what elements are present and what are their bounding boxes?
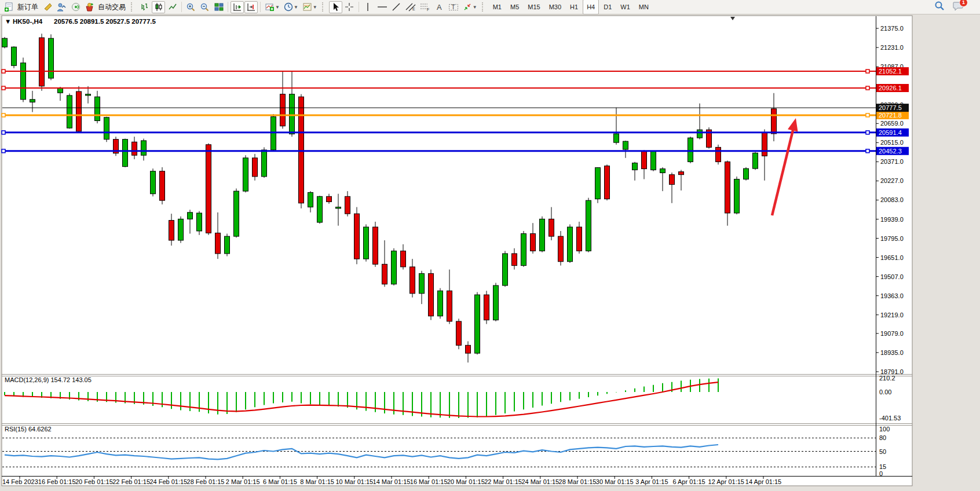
svg-text:16 Feb 01:15: 16 Feb 01:15 <box>38 478 76 485</box>
svg-text:28 Feb 01:15: 28 Feb 01:15 <box>187 478 225 485</box>
svg-text:10 Mar 01:15: 10 Mar 01:15 <box>335 478 373 485</box>
svg-text:15: 15 <box>879 463 886 470</box>
svg-text:20 Feb 01:15: 20 Feb 01:15 <box>75 478 113 485</box>
chart-title-symbol: HK50-,H4 <box>13 18 43 25</box>
time-axis[interactable]: 14 Feb 202316 Feb 01:1520 Feb 01:1522 Fe… <box>2 477 781 485</box>
svg-text:21375.0: 21375.0 <box>880 25 904 32</box>
macd-label: MACD(12,26,9) 154.72 143.05 <box>5 376 92 383</box>
svg-text:20659.0: 20659.0 <box>880 120 904 127</box>
svg-text:20721.8: 20721.8 <box>879 112 902 119</box>
svg-text:20777.5: 20777.5 <box>879 104 902 111</box>
svg-text:24 Mar 01:15: 24 Mar 01:15 <box>521 478 559 485</box>
svg-text:20 Mar 01:15: 20 Mar 01:15 <box>447 478 485 485</box>
svg-text:19507.0: 19507.0 <box>880 273 904 280</box>
svg-text:22 Feb 01:15: 22 Feb 01:15 <box>112 478 150 485</box>
svg-text:14 Feb 2023: 14 Feb 2023 <box>2 478 38 485</box>
rsi-label: RSI(15) 64.6262 <box>5 426 52 433</box>
svg-text:80: 80 <box>879 434 886 441</box>
svg-text:-401.53: -401.53 <box>879 415 901 422</box>
svg-text:20926.1: 20926.1 <box>879 85 902 91</box>
svg-text:19795.0: 19795.0 <box>880 235 904 242</box>
svg-text:100: 100 <box>879 426 890 433</box>
svg-text:21052.1: 21052.1 <box>879 68 902 75</box>
svg-text:22 Mar 01:15: 22 Mar 01:15 <box>484 478 522 485</box>
svg-text:6 Mar 01:15: 6 Mar 01:15 <box>263 478 297 485</box>
svg-text:20452.3: 20452.3 <box>879 148 902 155</box>
trading-terminal: 新订单 自动交易 <box>0 0 980 491</box>
svg-text:20371.0: 20371.0 <box>880 158 904 165</box>
svg-text:210.2: 210.2 <box>879 375 895 382</box>
chart-title-ohlc: 20576.5 20891.5 20527.5 20777.5 <box>54 18 156 25</box>
svg-text:19363.0: 19363.0 <box>880 292 904 299</box>
svg-text:19651.0: 19651.0 <box>880 254 904 261</box>
svg-text:6 Apr 01:15: 6 Apr 01:15 <box>672 478 705 485</box>
svg-text:28 Mar 01:15: 28 Mar 01:15 <box>559 478 597 485</box>
svg-text:8 Mar 01:15: 8 Mar 01:15 <box>300 478 334 485</box>
svg-text:21231.0: 21231.0 <box>880 44 904 51</box>
svg-text:14 Apr 01:15: 14 Apr 01:15 <box>745 478 781 485</box>
svg-text:12 Apr 01:15: 12 Apr 01:15 <box>708 478 744 485</box>
svg-text:20227.0: 20227.0 <box>880 177 904 184</box>
chart-window[interactable]: 21375.021231.021087.020799.020659.020515… <box>0 0 980 491</box>
svg-text:24 Feb 01:15: 24 Feb 01:15 <box>149 478 187 485</box>
svg-text:14 Mar 01:15: 14 Mar 01:15 <box>373 478 411 485</box>
svg-text:50: 50 <box>879 448 886 455</box>
svg-text:16 Mar 01:15: 16 Mar 01:15 <box>410 478 448 485</box>
svg-text:0.00: 0.00 <box>879 389 891 395</box>
svg-text:3 Apr 01:15: 3 Apr 01:15 <box>635 478 668 485</box>
svg-text:18791.0: 18791.0 <box>880 368 904 375</box>
svg-text:2 Mar 01:15: 2 Mar 01:15 <box>226 478 260 485</box>
svg-text:20515.0: 20515.0 <box>880 139 904 146</box>
chart-menu-triangle-icon[interactable]: ▼ <box>5 18 11 25</box>
svg-text:18935.0: 18935.0 <box>880 349 904 356</box>
svg-text:19219.0: 19219.0 <box>880 312 904 318</box>
svg-text:20591.4: 20591.4 <box>879 129 902 136</box>
svg-text:0: 0 <box>879 470 883 477</box>
svg-text:20083.0: 20083.0 <box>880 196 904 203</box>
svg-text:19079.0: 19079.0 <box>880 330 904 337</box>
svg-text:19939.0: 19939.0 <box>880 216 904 223</box>
svg-text:30 Mar 01:15: 30 Mar 01:15 <box>596 478 634 485</box>
